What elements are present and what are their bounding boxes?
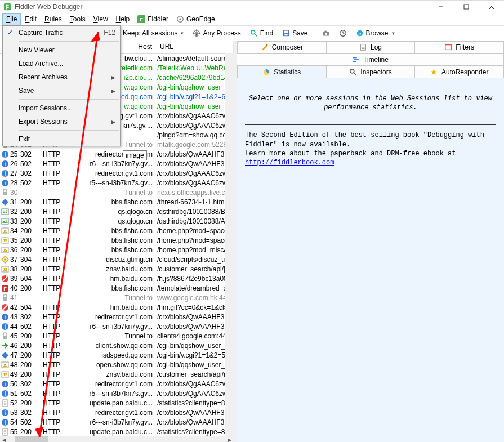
file-menu-newviewer[interactable]: New Viewer: [3, 43, 120, 57]
menu-help[interactable]: Help: [112, 13, 134, 25]
svg-point-25: [324, 33, 327, 35]
row-protocol: HTTP: [43, 303, 69, 311]
svg-text:JS: JS: [3, 248, 8, 252]
row-result: 200: [20, 342, 43, 350]
session-row[interactable]: JS34200HTTPbbs.fishc.com/home.php?mod=sp…: [0, 226, 234, 235]
session-row[interactable]: JS38200HTTPznsv.baidu.com/customer_searc…: [0, 264, 234, 274]
row-url: /cgi-bin/qqshow_user_gdt..: [157, 102, 234, 110]
svg-rect-22: [284, 31, 288, 33]
row-number: 36: [10, 246, 20, 254]
session-row[interactable]: 45200HTTPTunnel toclients4.google.com:44…: [0, 331, 234, 341]
file-menu-exportsess[interactable]: Export Sessions▶: [3, 115, 120, 128]
session-row[interactable]: 33200HTTPqs.qlogo.cn/qsthirdbg/10010088/…: [0, 216, 234, 226]
row-url: /h.js?8867f2e9bc13a08ca..: [157, 275, 234, 283]
session-row[interactable]: i43302HTTPredirector.gvt1.com/crx/blobs/…: [0, 312, 234, 322]
file-menu-exit[interactable]: Exit: [3, 132, 120, 146]
menu-fiddler[interactable]: FFiddler: [133, 13, 172, 25]
toolbar-camera-button[interactable]: [318, 28, 334, 39]
session-row[interactable]: JS36200HTTPbbs.fishc.com/home.php?mod=mi…: [0, 245, 234, 255]
menu-edit[interactable]: Edit: [21, 13, 41, 25]
tab-autoresponder[interactable]: AutoResponder: [415, 66, 504, 78]
row-url: /home.php?mod=spacecp..: [157, 236, 234, 244]
toolbar-keep-button[interactable]: Keep: All sessions▾: [119, 28, 188, 39]
tooltip: image: [123, 150, 147, 160]
col-url[interactable]: URL: [157, 41, 234, 53]
session-row[interactable]: i26502HTTPr6---sn-i3b7kn7y.gv.../crx/blo…: [0, 159, 234, 168]
session-row[interactable]: JS35200HTTPbbs.fishc.com/home.php?mod=sp…: [0, 235, 234, 245]
session-row[interactable]: 55200HTTPupdate.pan.baidu.c.../statistic…: [0, 427, 234, 436]
session-row[interactable]: i54502HTTPr6---sn-i3b7kn7y.gv.../crx/blo…: [0, 417, 234, 427]
maximize-button[interactable]: [453, 1, 479, 13]
row-number: 49: [10, 370, 20, 378]
session-row[interactable]: i25302HTTPredirector.gvt1.com/crx/blobs/…: [0, 149, 234, 159]
row-host: qs.qlogo.cn: [69, 208, 157, 216]
session-row[interactable]: JS48200HTTPopen.show.qq.com/cgi-bin/qqsh…: [0, 360, 234, 369]
session-row[interactable]: 42504HTTPhm.baidu.com/hm.gif?cc=0&ck=1&c…: [0, 302, 234, 312]
session-row[interactable]: 37304HTTPdiscuz.gtimg.cn/cloud/scripts/d…: [0, 255, 234, 264]
session-row[interactable]: F40200HTTPbbs.fishc.com/template/dreambr…: [0, 283, 234, 293]
toolbar-clock-button[interactable]: [335, 28, 351, 39]
stats-hint-line1: Select one or more sessions in the Web S…: [249, 95, 492, 102]
tab-filters[interactable]: Filters: [415, 41, 504, 53]
toolbar-separator: [315, 28, 315, 38]
session-row[interactable]: i28502HTTPr5---sn-i3b7kn7s.gv.../crx/blo…: [0, 178, 234, 187]
session-row[interactable]: 31200HTTPbbs.fishc.com/thread-66734-1-1.…: [0, 197, 234, 207]
file-menu-importsess[interactable]: Import Sessions...: [3, 101, 120, 115]
session-row[interactable]: 47200HTTPisdspeed.qq.com/cgi-bin/v.cgi?1…: [0, 350, 234, 360]
close-button[interactable]: [479, 1, 504, 13]
fiddlerbook-link[interactable]: http://fiddlerbook.com: [245, 159, 334, 167]
row-host: r6---sn-i3b7kn7y.gv...: [69, 323, 157, 331]
row-url: /statistics?clienttype=8&d..: [157, 399, 234, 407]
row-protocol: HTTP: [43, 208, 69, 216]
menu-view[interactable]: View: [90, 13, 112, 25]
row-url: /cgi-bin/qqshow_user_pro..: [157, 83, 234, 91]
tab-inspectors[interactable]: Inspectors: [327, 66, 416, 78]
session-row[interactable]: 41Tunnel towww.google.com.hk:443: [0, 293, 234, 302]
session-row[interactable]: i53302HTTPredirector.gvt1.com/crx/blobs/…: [0, 408, 234, 417]
session-row[interactable]: 30Tunnel tonexus.officeapps.live.com..: [0, 187, 234, 197]
row-host: update.pan.baidu.c...: [69, 399, 157, 407]
file-menu-loadarchive[interactable]: Load Archive...: [3, 57, 120, 70]
row-result: 302: [20, 380, 43, 388]
row-number: 26: [10, 160, 20, 168]
file-menu-recentarchives[interactable]: Recent Archives▶: [3, 70, 120, 84]
toolbar-anyproc-button[interactable]: Any Process: [189, 28, 244, 39]
session-row[interactable]: 32200HTTPqs.qlogo.cn/qsthirdbg/10010088/…: [0, 207, 234, 216]
menu-geoedge[interactable]: GeoEdge: [172, 13, 219, 25]
row-protocol: HTTP: [43, 217, 69, 225]
session-row[interactable]: i50302HTTPredirector.gvt1.com/crx/blobs/…: [0, 379, 234, 389]
filters-icon: [444, 43, 452, 51]
row-url: /crx/blobs/QwAAAHF3Inb..: [157, 160, 234, 168]
row-number: 45: [10, 332, 20, 340]
toolbar-browse-button[interactable]: eBrowse▾: [352, 28, 399, 39]
session-row[interactable]: JS49200HTTPznsv.baidu.com/customer_searc…: [0, 369, 234, 379]
menu-tools[interactable]: Tools: [66, 13, 90, 25]
file-menu-capture[interactable]: ✓Capture TrafficF12: [3, 26, 120, 39]
tab-log[interactable]: Log: [327, 41, 416, 53]
tab-statistics[interactable]: Statistics: [237, 66, 327, 78]
minimize-button[interactable]: [428, 1, 453, 13]
menu-rules[interactable]: Rules: [41, 13, 66, 25]
menu-file[interactable]: File: [2, 13, 21, 25]
row-result: 504: [20, 303, 43, 311]
row-result: 302: [20, 169, 43, 177]
toolbar-find-button[interactable]: Find: [246, 28, 277, 39]
session-row[interactable]: i51502HTTPr5---sn-i3b7kn7s.gv.../crx/blo…: [0, 389, 234, 398]
toolbar-save-button[interactable]: Save: [278, 28, 311, 39]
sessions-hscrollbar[interactable]: ◂▸: [0, 436, 234, 442]
sessions-vscrollbar[interactable]: [225, 53, 234, 436]
row-result: 200: [20, 332, 43, 340]
row-result: 302: [20, 313, 43, 321]
session-row[interactable]: i27302HTTPredirector.gvt1.com/crx/blobs/…: [0, 168, 234, 178]
row-number: 53: [10, 409, 20, 417]
session-row[interactable]: 46200HTTPclient.show.qq.com/cgi-bin/qqsh…: [0, 341, 234, 350]
session-row[interactable]: 39504HTTPhm.baidu.com/h.js?8867f2e9bc13a…: [0, 274, 234, 283]
tab-timeline[interactable]: Timeline: [237, 53, 504, 66]
session-row[interactable]: i44502HTTPr6---sn-i3b7kn7y.gv.../crx/blo…: [0, 322, 234, 331]
row-result: 502: [20, 179, 43, 187]
tab-composer[interactable]: Composer: [237, 41, 327, 53]
row-host: bbs.fishc.com: [69, 227, 157, 235]
file-menu-savemenu[interactable]: Save▶: [3, 84, 120, 97]
session-row[interactable]: 52200HTTPupdate.pan.baidu.c.../statistic…: [0, 398, 234, 408]
svg-text:JS: JS: [3, 267, 8, 271]
